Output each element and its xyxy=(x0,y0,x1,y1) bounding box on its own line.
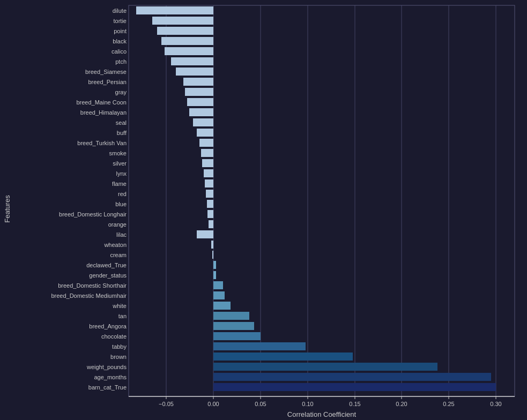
x-label-0: 0.00 xyxy=(207,401,219,407)
label-breed-persian: breed_Persian xyxy=(88,79,127,85)
x-label-015: 0.15 xyxy=(349,401,360,407)
bar-wheaton xyxy=(211,241,213,249)
bar-tan xyxy=(213,312,249,320)
label-flame: flame xyxy=(112,181,127,187)
bar-point xyxy=(157,27,213,35)
x-label-030: 0.30 xyxy=(490,401,501,407)
label-tan: tan xyxy=(118,313,127,319)
label-black: black xyxy=(113,38,127,44)
label-brown: brown xyxy=(110,354,127,360)
label-dilute: dilute xyxy=(113,8,127,14)
bar-lynx xyxy=(204,169,213,177)
label-age-months: age_months xyxy=(94,374,127,380)
bar-breed-domestic-longhair xyxy=(207,210,213,218)
bar-lilac xyxy=(197,230,213,238)
bar-cream xyxy=(212,251,213,259)
label-point: point xyxy=(114,28,127,34)
label-breed-domestic-mediumhair: breed_Domestic Mediumhair xyxy=(51,292,127,299)
bar-breed-siamese xyxy=(176,68,213,76)
bar-ptch xyxy=(171,57,213,65)
x-axis-title: Correlation Coefficient xyxy=(287,410,357,418)
label-breed-siamese: breed_Siamese xyxy=(85,69,127,75)
label-gender-status: gender_status xyxy=(89,272,127,279)
bar-buff xyxy=(197,129,213,137)
chart-container: dilute tortie point black calico ptch br… xyxy=(0,0,527,420)
bar-red xyxy=(206,190,213,198)
x-label-020: 0.20 xyxy=(396,401,407,407)
label-declawed-true: declawed_True xyxy=(86,262,127,268)
main-chart: dilute tortie point black calico ptch br… xyxy=(0,0,527,420)
bar-breed-maine-coon xyxy=(187,98,213,106)
label-gray: gray xyxy=(115,89,127,95)
bar-smoke xyxy=(201,149,213,157)
x-label-005: 0.05 xyxy=(255,401,266,407)
label-cream: cream xyxy=(110,252,127,258)
y-axis-label: Features xyxy=(3,195,11,223)
bar-white xyxy=(213,302,231,310)
label-wheaton: wheaton xyxy=(103,242,127,248)
bar-breed-persian xyxy=(183,78,213,86)
bar-breed-turkish-van xyxy=(199,139,213,147)
label-white: white xyxy=(112,303,127,309)
label-smoke: smoke xyxy=(109,150,127,156)
bar-barn-cat-true xyxy=(213,383,496,391)
bar-age-months xyxy=(213,373,491,381)
x-label-n005: −0.05 xyxy=(159,401,174,407)
label-seal: seal xyxy=(116,119,127,126)
label-breed-himalayan: breed_Himalayan xyxy=(80,109,127,116)
label-silver: silver xyxy=(113,160,127,167)
label-chocolate: chocolate xyxy=(101,333,127,340)
bar-black xyxy=(161,37,213,45)
bar-seal xyxy=(193,118,213,126)
bar-brown xyxy=(213,352,353,361)
bar-chocolate xyxy=(213,332,261,340)
label-tortie: tortie xyxy=(114,18,127,24)
bar-breed-angora xyxy=(213,322,254,330)
bar-blue xyxy=(207,200,213,208)
label-buff: buff xyxy=(117,130,127,136)
bar-breed-himalayan xyxy=(189,108,213,116)
label-lynx: lynx xyxy=(116,170,127,177)
bar-orange xyxy=(209,220,213,228)
label-red: red xyxy=(118,191,127,197)
bar-tabby xyxy=(213,342,306,350)
bar-breed-domestic-mediumhair xyxy=(213,291,225,299)
bar-declawed-true xyxy=(213,261,216,269)
bar-silver xyxy=(202,159,213,167)
bar-flame xyxy=(205,179,213,188)
label-blue: blue xyxy=(115,201,127,207)
label-barn-cat-true: barn_cat_True xyxy=(88,384,127,391)
x-label-025: 0.25 xyxy=(443,401,454,407)
label-orange: orange xyxy=(108,221,127,228)
label-breed-domestic-shorthair: breed_Domestic Shorthair xyxy=(58,282,127,289)
label-breed-angora: breed_Angora xyxy=(89,323,127,329)
label-tabby: tabby xyxy=(112,343,127,350)
bar-gender-status xyxy=(213,271,216,279)
bar-calico xyxy=(165,47,213,55)
x-label-010: 0.10 xyxy=(302,401,313,407)
bar-gray xyxy=(185,88,213,96)
label-weight-pounds: weight_pounds xyxy=(86,364,127,370)
label-breed-maine-coon: breed_Maine Coon xyxy=(76,99,127,106)
label-ptch: ptch xyxy=(115,58,127,65)
bar-breed-domestic-shorthair xyxy=(213,281,223,289)
label-breed-domestic-longhair: breed_Domestic Longhair xyxy=(59,211,127,218)
bar-weight-pounds xyxy=(213,363,437,371)
label-breed-turkish-van: breed_Turkish Van xyxy=(77,140,127,146)
bar-dilute xyxy=(136,6,213,14)
bar-tortie xyxy=(152,17,213,25)
label-lilac: lilac xyxy=(116,231,127,238)
label-calico: calico xyxy=(112,48,127,55)
